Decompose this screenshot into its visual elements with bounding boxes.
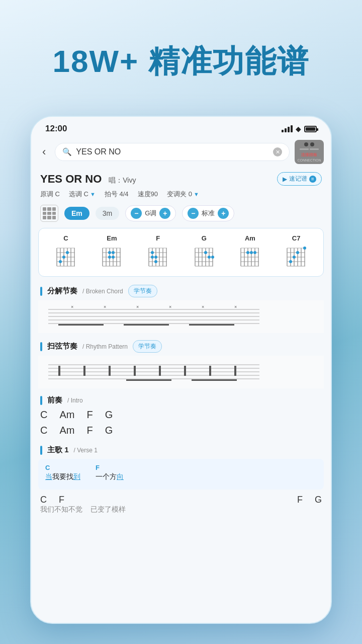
status-time: 12:00 [45, 124, 67, 134]
svg-text:×: × [71, 304, 73, 309]
signal-icon [282, 125, 293, 132]
verse1-section-bar [40, 446, 42, 455]
prelude-chord-am1: Am [59, 409, 74, 421]
chord-em[interactable]: Em [99, 234, 125, 270]
chord-c7[interactable]: C7 [283, 234, 309, 270]
svg-point-85 [293, 256, 296, 259]
svg-point-83 [303, 247, 306, 250]
learn-broken-chord-button[interactable]: 学节奏 [128, 285, 157, 297]
svg-point-41 [154, 256, 157, 259]
chord-mode-button[interactable]: Em [64, 207, 89, 220]
memo-label: 速记谱 [289, 175, 307, 183]
bottom-f1: F [59, 495, 64, 505]
verse1-chord-f1: F [96, 464, 124, 471]
svg-point-27 [108, 256, 111, 259]
prelude-chord-f2: F [86, 425, 93, 436]
svg-rect-115 [192, 379, 237, 381]
controls-bar: Em 3m − G调 + − 标准 + [31, 202, 331, 226]
strum-pattern [38, 356, 324, 388]
verse1-row1: C 当我要找到 F 一个方向 [45, 464, 317, 481]
verse1-header: 主歌 1 / Verse 1 [31, 441, 331, 457]
tune-key-plus[interactable]: + [159, 208, 170, 219]
bottom-lyric: 我们不知不觉 已变了模样 [40, 505, 322, 514]
capo-mode-button[interactable]: 3m [96, 207, 119, 220]
svg-rect-98 [58, 324, 104, 326]
song-title: YES OR NO [40, 173, 102, 186]
svg-rect-113 [234, 366, 236, 376]
strum-header: 扫弦节奏 / Rhythm Pattern 学节奏 [31, 336, 331, 355]
prelude-chord-c1: C [40, 409, 47, 421]
wifi-icon: ◆ [296, 125, 301, 133]
svg-point-43 [154, 260, 157, 263]
svg-point-84 [296, 251, 299, 254]
tune-std-plus[interactable]: + [218, 208, 229, 219]
chord-f[interactable]: F [145, 234, 171, 270]
search-icon: 🔍 [62, 147, 72, 156]
svg-point-71 [253, 251, 256, 254]
svg-rect-110 [159, 366, 161, 376]
phone-mockup: 12:00 ◆ ‹ 🔍 ✕ [30, 116, 332, 624]
capo-dropdown[interactable]: ▼ [194, 191, 199, 197]
memo-badge: ≡ [309, 176, 316, 183]
svg-rect-108 [109, 366, 111, 376]
svg-text:×: × [169, 304, 171, 309]
search-input[interactable] [76, 147, 269, 156]
svg-point-40 [151, 251, 154, 254]
strum-subtitle: / Rhythm Pattern [82, 343, 128, 350]
selected-key-dropdown[interactable]: ▼ [90, 191, 96, 197]
tune-std-minus[interactable]: − [188, 208, 199, 219]
hero-title: 18W+ 精准功能谱 [0, 40, 362, 83]
svg-point-55 [204, 251, 207, 254]
learn-strum-button[interactable]: 学节奏 [133, 340, 162, 353]
capo: 变调夹 0 ▼ [167, 190, 199, 199]
chord-diagrams: C [38, 228, 324, 277]
bottom-g: G [315, 495, 322, 505]
tune-std-label: 标准 [202, 209, 215, 218]
quick-memo-button[interactable]: ▶ 速记谱 ≡ [277, 172, 322, 186]
grid-view-button[interactable] [40, 205, 58, 222]
prelude-title: 前奏 [47, 395, 62, 405]
tune-standard-control: − 标准 + [182, 205, 234, 221]
bottom-f2: F [297, 495, 303, 505]
broken-chord-title: 分解节奏 [47, 286, 77, 296]
search-box: 🔍 ✕ [55, 143, 290, 161]
chord-am[interactable]: Am [237, 234, 263, 270]
connection-sublabel: CONNECTION [297, 158, 321, 162]
broken-chord-pattern: × × × × × × [38, 300, 324, 333]
clear-search-button[interactable]: ✕ [273, 147, 282, 156]
prelude-chord-am2: Am [59, 425, 74, 436]
prelude-section-bar [40, 396, 42, 405]
svg-point-70 [250, 251, 253, 254]
bottom-chord-row: C F F G [40, 495, 322, 505]
prelude-chord-g1: G [105, 409, 113, 421]
svg-rect-112 [209, 366, 211, 376]
svg-rect-107 [83, 366, 85, 376]
song-info: YES OR NO 唱：Vivy ▶ 速记谱 ≡ [31, 168, 331, 188]
svg-rect-109 [134, 366, 136, 376]
chord-c[interactable]: C [53, 234, 79, 270]
svg-point-42 [151, 256, 154, 259]
svg-text:×: × [234, 304, 237, 309]
status-bar: 12:00 ◆ [31, 117, 331, 138]
verse1-chord-c: C [45, 464, 80, 471]
svg-point-28 [112, 256, 115, 259]
key-info-bar: 原调 C 选调 C ▼ 拍号 4/4 速度90 变调夹 0 ▼ [31, 188, 331, 202]
broken-chord-header: 分解节奏 / Broken Chord 学节奏 [31, 281, 331, 299]
svg-point-26 [112, 251, 115, 254]
prelude-header: 前奏 / Intro [31, 391, 331, 407]
svg-rect-114 [126, 379, 171, 381]
back-button[interactable]: ‹ [38, 143, 50, 160]
bottom-c: C [40, 495, 47, 505]
verse1-block: C 当我要找到 F 一个方向 [38, 459, 324, 490]
svg-point-69 [246, 251, 249, 254]
svg-point-11 [66, 251, 69, 254]
memo-icon: ▶ [283, 176, 287, 183]
svg-rect-100 [189, 324, 234, 326]
svg-rect-106 [58, 366, 60, 376]
connection-button[interactable]: 连接踏板 CONNECTION [295, 140, 324, 164]
chord-g[interactable]: G [191, 234, 217, 270]
battery-icon [304, 126, 317, 132]
tune-key-label: G调 [145, 209, 156, 218]
svg-point-25 [108, 251, 111, 254]
tune-key-minus[interactable]: − [131, 208, 142, 219]
